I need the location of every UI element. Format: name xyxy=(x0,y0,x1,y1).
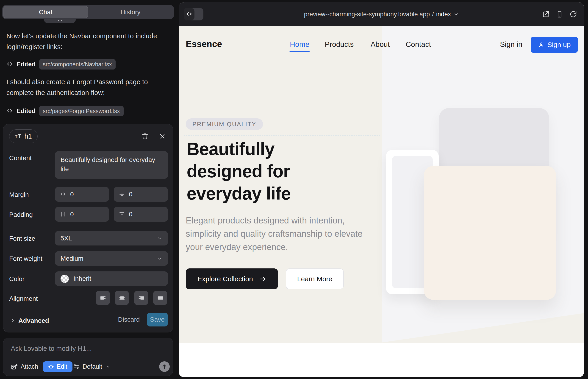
chevron-down-icon xyxy=(454,12,459,17)
discard-button[interactable]: Discard xyxy=(118,313,140,327)
send-button[interactable] xyxy=(159,361,170,372)
align-left-icon xyxy=(100,295,107,301)
font-weight-select[interactable]: Medium xyxy=(55,251,168,266)
preview-actions xyxy=(542,2,577,26)
next-section-background xyxy=(179,343,584,377)
file-chip[interactable]: src/components/Navbar.tsx xyxy=(39,59,116,69)
color-select[interactable]: Inherit xyxy=(55,271,168,286)
hero-headline-line: Beautifully xyxy=(187,138,291,160)
composer-input[interactable] xyxy=(11,343,162,354)
preview-url[interactable]: preview--charming-site-symphony.lovable.… xyxy=(179,2,584,26)
tab-history[interactable]: History xyxy=(88,6,173,18)
file-chip[interactable]: src/pages/ForgotPassword.tsx xyxy=(39,106,124,116)
align-justify-icon xyxy=(157,295,164,301)
chat-composer: Attach Edit Default xyxy=(3,338,173,376)
padding-x-value: 0 xyxy=(70,211,74,218)
explore-collection-button[interactable]: Explore Collection xyxy=(186,268,278,289)
refresh-button[interactable] xyxy=(569,10,577,18)
model-selector[interactable]: Default xyxy=(73,361,110,372)
explore-label: Explore Collection xyxy=(198,275,253,283)
chevron-right-icon xyxy=(10,318,15,323)
font-weight-value: Medium xyxy=(61,255,83,262)
advanced-toggle[interactable]: Advanced xyxy=(10,314,49,327)
chat-message: I should also create a Forgot Password p… xyxy=(6,77,165,98)
margin-x-value: 0 xyxy=(70,191,74,198)
nav-link-products[interactable]: Products xyxy=(325,40,354,49)
edited-label: Edited xyxy=(16,61,35,68)
chat-history-tabs: Chat History xyxy=(2,5,174,19)
chevron-down-icon xyxy=(157,256,162,261)
font-size-value: 5XL xyxy=(61,235,72,242)
save-button[interactable]: Save xyxy=(147,313,168,327)
code-icon xyxy=(6,61,13,67)
padding-y-value: 0 xyxy=(129,211,133,218)
padding-y-input[interactable]: 0 xyxy=(114,207,168,222)
delete-element-button[interactable] xyxy=(140,131,150,141)
learn-more-button[interactable]: Learn More xyxy=(286,268,344,289)
nav-link-home[interactable]: Home xyxy=(290,40,309,49)
font-size-label: Font size xyxy=(9,235,35,242)
edited-file-row[interactable]: Edited src/components/Navbar.tsx xyxy=(6,59,116,70)
external-link-icon xyxy=(542,11,549,18)
sidebar: Chat History Now let's update the Navbar… xyxy=(0,0,179,379)
sign-up-label: Sign up xyxy=(547,41,571,49)
align-justify-button[interactable] xyxy=(153,291,167,305)
tab-chat[interactable]: Chat xyxy=(3,6,88,18)
hero-description: Elegant products designed with intention… xyxy=(186,214,371,254)
padding-y-icon xyxy=(119,211,125,217)
attach-button[interactable]: Attach xyxy=(11,361,38,372)
nav-link-contact[interactable]: Contact xyxy=(406,40,431,49)
element-tag: h1 xyxy=(25,133,32,140)
align-left-button[interactable] xyxy=(96,291,110,305)
code-icon xyxy=(6,108,13,114)
attach-label: Attach xyxy=(21,363,38,370)
refresh-icon xyxy=(570,11,577,18)
site-logo[interactable]: Essence xyxy=(186,39,222,49)
mobile-view-button[interactable] xyxy=(556,10,563,18)
content-input[interactable]: Beautifully designed for everyday life xyxy=(55,151,168,179)
font-size-select[interactable]: 5XL xyxy=(55,231,168,245)
attach-image-icon xyxy=(11,363,18,370)
scrolled-out-chip xyxy=(44,19,76,23)
hero-headline[interactable]: Beautifully designed for everyday life xyxy=(187,138,291,205)
open-external-button[interactable] xyxy=(542,10,550,18)
margin-x-input[interactable]: 0 xyxy=(55,187,109,202)
transparent-swatch-icon xyxy=(61,275,69,283)
sliders-icon xyxy=(73,363,79,370)
padding-label: Padding xyxy=(9,211,33,218)
edit-label: Edit xyxy=(57,363,67,370)
url-host: preview--charming-site-symphony.lovable.… xyxy=(304,11,430,18)
chevron-down-icon xyxy=(157,236,162,241)
selected-element-pill[interactable]: тT h1 xyxy=(9,129,38,143)
mobile-icon xyxy=(556,11,563,18)
premium-quality-badge: PREMIUM QUALITY xyxy=(186,118,263,130)
chat-message: Now let's update the Navbar component to… xyxy=(6,31,165,52)
model-label: Default xyxy=(83,363,102,370)
align-center-icon xyxy=(119,295,125,301)
sign-up-button[interactable]: Sign up xyxy=(531,37,578,53)
hero-headline-line: designed for xyxy=(187,160,291,182)
preview-panel: preview--charming-site-symphony.lovable.… xyxy=(179,2,584,377)
padding-x-input[interactable]: 0 xyxy=(55,207,109,222)
hero-headline-line: everyday life xyxy=(187,182,291,205)
align-right-button[interactable] xyxy=(134,291,148,305)
element-editor-panel: тT h1 Content Beautifully designed for e… xyxy=(3,124,173,332)
edited-file-row[interactable]: Edited src/pages/ForgotPassword.tsx xyxy=(6,106,124,117)
margin-x-icon xyxy=(60,191,66,197)
user-icon xyxy=(538,42,544,48)
close-icon xyxy=(159,133,166,140)
sign-in-link[interactable]: Sign in xyxy=(500,40,522,49)
site-canvas: Essence Home Products About Contact Sign… xyxy=(179,26,584,377)
align-center-button[interactable] xyxy=(115,291,129,305)
align-right-icon xyxy=(138,295,145,301)
close-editor-button[interactable] xyxy=(157,131,167,141)
margin-y-input[interactable]: 0 xyxy=(114,187,168,202)
color-value: Inherit xyxy=(73,275,91,283)
preview-topbar: preview--charming-site-symphony.lovable.… xyxy=(179,2,584,26)
color-label: Color xyxy=(9,275,25,283)
chevron-down-icon xyxy=(106,364,110,369)
edit-mode-button[interactable]: Edit xyxy=(43,361,73,372)
margin-y-value: 0 xyxy=(129,191,133,198)
alignment-label: Alignment xyxy=(9,295,38,302)
nav-link-about[interactable]: About xyxy=(371,40,390,49)
